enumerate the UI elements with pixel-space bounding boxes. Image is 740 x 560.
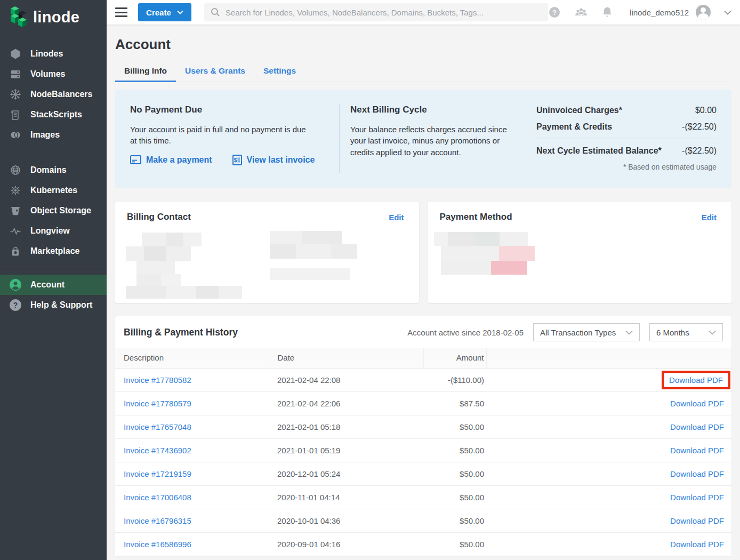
table-row: Invoice #17436902 2021-01-01 05:19 $50.0… [115,438,731,462]
notifications-bell-icon[interactable] [601,6,613,19]
search-bar[interactable] [204,3,548,21]
next-cycle-balance-row: Next Cycle Estimated Balance* -($22.50) [536,139,717,156]
column-amount[interactable]: Amount [423,348,486,368]
payment-credits-row: Payment & Credits -($22.50) [536,122,717,132]
no-payment-due-body: Your account is paid in full and no paym… [130,124,314,147]
sidebar-item-domains[interactable]: Domains [0,160,107,180]
search-icon [211,7,220,17]
sidebar-item-help-support[interactable]: ? Help & Support [0,295,107,315]
period-select[interactable]: 6 Months [649,323,723,341]
billing-history-table: Description Date Amount Invoice #1778058… [115,348,731,556]
view-last-invoice-link[interactable]: $ View last invoice [232,155,315,165]
invoice-link[interactable]: Invoice #17780579 [124,399,191,408]
hamburger-menu-icon[interactable] [115,7,127,17]
app: linode Linodes Volumes NodeBalancers [0,0,740,560]
download-pdf-link[interactable]: Download PDF [670,516,724,525]
estimated-usage-footnote: * Based on estimated usage [536,163,717,171]
chevron-down-icon[interactable] [724,10,731,15]
tabs: Billing Info Users & Grants Settings [115,61,731,82]
page-title: Account [115,36,731,53]
billing-history-card: Billing & Payment History Account active… [115,316,731,556]
download-pdf-link[interactable]: Download PDF [670,422,724,431]
table-row: Invoice #17780579 2021-02-04 22:06 $87.5… [115,391,731,415]
pulse-icon [9,225,22,237]
column-actions [486,348,731,368]
invoice-link[interactable]: Invoice #17657048 [124,422,191,431]
topbar-right: ? linode_demo512 [548,5,731,20]
search-input[interactable] [226,8,542,17]
sidebar-item-linodes[interactable]: Linodes [0,44,107,64]
annotation-highlight-box: Download PDF [662,371,730,389]
download-pdf-link[interactable]: Download PDF [670,540,724,549]
topbar: Create ? linode_demo512 [107,0,740,25]
help-icon[interactable]: ? [548,6,561,19]
chevron-down-icon [177,10,183,14]
sidebar-item-marketplace[interactable]: Marketplace [0,241,107,261]
nav-divider [0,269,107,269]
table-row: Invoice #16586996 2020-09-01 04:16 $50.0… [115,532,731,556]
sidebar-item-longview[interactable]: Longview [0,221,107,241]
helm-wheel-icon [9,185,22,196]
tab-users-grants[interactable]: Users & Grants [176,61,254,82]
sidebar-item-images[interactable]: Images [0,125,107,145]
globe-icon [9,164,22,176]
download-pdf-link[interactable]: Download PDF [670,446,724,455]
bucket-icon [9,205,22,217]
download-pdf-link[interactable]: Download PDF [670,469,724,478]
column-description[interactable]: Description [115,348,269,368]
column-date[interactable]: Date [269,348,423,368]
chevron-down-icon [625,330,633,335]
invoice-link[interactable]: Invoice #17006408 [124,493,191,502]
svg-text:?: ? [552,9,557,17]
transaction-types-select[interactable]: All Transaction Types [533,323,640,341]
sidebar-item-object-storage[interactable]: Object Storage [0,201,107,221]
table-row: Invoice #17657048 2021-02-01 05:18 $50.0… [115,415,731,438]
sidebar-item-account[interactable]: Account [0,275,107,295]
invoice-link[interactable]: Invoice #16586996 [124,540,191,549]
uninvoiced-charges-row: Uninvoiced Charges* $0.00 [536,106,717,115]
billing-contact-card: Billing Contact Edit [115,202,419,303]
payment-credits-value: -($22.50) [682,122,717,132]
billing-summary-panel: No Payment Due Your account is paid in f… [115,90,731,188]
account-active-since: Account active since 2018-02-05 [407,328,524,337]
invoice-link[interactable]: Invoice #17780582 [124,375,191,385]
table-row: Invoice #17780582 2021-02-04 22:08 -($11… [115,368,731,391]
no-payment-due-section: No Payment Due Your account is paid in f… [130,103,339,174]
volumes-icon [9,68,22,80]
username[interactable]: linode_demo512 [630,8,689,17]
invoice-link[interactable]: Invoice #17219159 [124,469,191,478]
nav-group-gap [0,145,107,160]
shopping-bag-icon [9,245,22,257]
chevron-down-icon [709,330,716,335]
download-pdf-link[interactable]: Download PDF [670,399,724,408]
sidebar-item-kubernetes[interactable]: Kubernetes [0,180,107,201]
table-header-row: Description Date Amount [115,348,731,368]
billing-history-title: Billing & Payment History [124,327,238,338]
stackscripts-icon [9,109,22,121]
invoice-link[interactable]: Invoice #16796315 [124,516,191,525]
invoice-icon: $ [232,155,242,165]
sidebar-item-nodebalancers[interactable]: NodeBalancers [0,84,107,105]
tab-settings[interactable]: Settings [254,61,305,82]
question-circle-icon: ? [9,299,22,311]
table-row: Invoice #16796315 2020-10-01 04:36 $50.0… [115,509,731,532]
payment-method-edit-link[interactable]: Edit [702,213,717,222]
tab-billing-info[interactable]: Billing Info [115,61,176,82]
next-billing-cycle-body: Your balance reflects charges accrued si… [350,124,507,158]
linode-logo[interactable]: linode [0,0,107,34]
sidebar-item-stackscripts[interactable]: StackScripts [0,105,107,125]
billing-contact-title: Billing Contact [127,212,191,222]
create-button[interactable]: Create [138,3,191,21]
download-pdf-link[interactable]: Download PDF [669,375,723,385]
sidebar-item-volumes[interactable]: Volumes [0,64,107,84]
linode-logo-icon [7,4,28,30]
table-row: Invoice #17006408 2020-11-01 04:14 $50.0… [115,485,731,509]
avatar[interactable] [696,5,711,20]
linode-cube-icon [9,48,22,60]
invoice-link[interactable]: Invoice #17436902 [124,446,191,455]
make-a-payment-link[interactable]: Make a payment [130,155,212,165]
download-pdf-link[interactable]: Download PDF [670,493,724,502]
community-icon[interactable] [574,6,588,18]
billing-contact-edit-link[interactable]: Edit [389,213,404,222]
svg-text:$: $ [234,157,237,163]
